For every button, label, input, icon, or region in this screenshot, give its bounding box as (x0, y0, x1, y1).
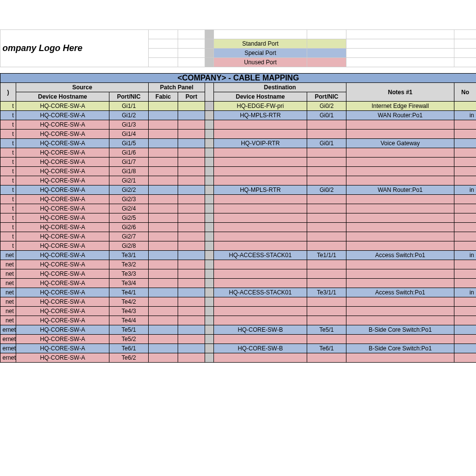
cell[interactable] (346, 297, 454, 307)
cell[interactable] (346, 213, 454, 223)
cell[interactable] (178, 102, 205, 111)
cell[interactable] (214, 335, 307, 344)
table-row[interactable]: netHQ-CORE-SW-ATe3/3 (0, 269, 476, 279)
cell[interactable]: Te3/3 (109, 269, 149, 279)
cell[interactable]: HQ-ACCESS-STACK01 (214, 251, 307, 260)
cell[interactable]: HQ-CORE-SW-A (16, 316, 109, 325)
cell[interactable]: HQ-CORE-SW-A (16, 288, 109, 297)
cell[interactable] (307, 167, 346, 176)
cell[interactable] (346, 223, 454, 232)
cell[interactable] (307, 335, 346, 344)
cell[interactable] (346, 232, 454, 241)
table-row[interactable]: netHQ-CORE-SW-ATe4/3 (0, 307, 476, 316)
cell[interactable] (149, 111, 178, 120)
cell[interactable]: HQ-CORE-SW-A (16, 120, 109, 130)
cell[interactable] (149, 241, 178, 251)
cell[interactable]: HQ-ACCESS-STACK01 (214, 288, 307, 297)
cell[interactable]: t (0, 148, 16, 158)
cell[interactable] (149, 130, 178, 139)
cell[interactable]: Gi2/3 (109, 195, 149, 204)
cell[interactable]: Te5/1 (109, 325, 149, 335)
cell[interactable]: HQ-CORE-SW-A (16, 111, 109, 120)
cell[interactable]: HQ-CORE-SW-A (16, 167, 109, 176)
cell[interactable] (307, 204, 346, 213)
cell[interactable] (454, 148, 476, 158)
table-row[interactable]: netHQ-CORE-SW-ATe4/4 (0, 316, 476, 325)
cell[interactable] (346, 269, 454, 279)
cell[interactable] (149, 260, 178, 269)
cell[interactable] (346, 158, 454, 167)
cell[interactable]: B-Side Core Switch:Po1 (346, 325, 454, 335)
cell[interactable]: HQ-CORE-SW-A (16, 213, 109, 223)
cell[interactable] (307, 120, 346, 130)
cell[interactable] (178, 288, 205, 297)
cell[interactable]: Gi2/4 (109, 204, 149, 213)
cell[interactable] (214, 176, 307, 185)
cell[interactable] (178, 223, 205, 232)
cell[interactable] (346, 195, 454, 204)
table-row[interactable]: tHQ-CORE-SW-AGi1/2HQ-MPLS-RTRGi0/1WAN Ro… (0, 111, 476, 120)
cell[interactable] (149, 335, 178, 344)
cell[interactable] (214, 353, 307, 363)
cell[interactable] (149, 344, 178, 353)
cell[interactable]: Te4/1 (109, 288, 149, 297)
table-row[interactable]: netHQ-CORE-SW-ATe4/1HQ-ACCESS-STACK01Te3… (0, 288, 476, 297)
cell[interactable]: net (0, 288, 16, 297)
cell[interactable]: in (454, 251, 476, 260)
cell[interactable] (178, 158, 205, 167)
cell[interactable] (149, 139, 178, 148)
cell[interactable]: net (0, 251, 16, 260)
cell[interactable]: HQ-VOIP-RTR (214, 139, 307, 148)
cell[interactable] (454, 213, 476, 223)
cell[interactable]: HQ-CORE-SW-A (16, 195, 109, 204)
cell[interactable] (149, 185, 178, 195)
cell[interactable] (178, 120, 205, 130)
cell[interactable] (214, 204, 307, 213)
cell[interactable]: HQ-CORE-SW-A (16, 353, 109, 363)
cell[interactable] (307, 279, 346, 288)
table-row[interactable]: tHQ-CORE-SW-AGi2/3 (0, 195, 476, 204)
cell[interactable] (454, 167, 476, 176)
cell[interactable]: Te6/1 (307, 344, 346, 353)
cell[interactable] (454, 260, 476, 269)
cell[interactable]: t (0, 195, 16, 204)
table-row[interactable]: ernetHQ-CORE-SW-ATe6/1HQ-CORE-SW-BTe6/1B… (0, 344, 476, 353)
table-row[interactable]: tHQ-CORE-SW-AGi2/7 (0, 232, 476, 241)
cell[interactable] (307, 316, 346, 325)
cell[interactable]: HQ-CORE-SW-A (16, 130, 109, 139)
cell[interactable] (178, 139, 205, 148)
cell[interactable] (454, 269, 476, 279)
table-row[interactable]: tHQ-CORE-SW-AGi1/5HQ-VOIP-RTRGi0/1Voice … (0, 139, 476, 148)
cell[interactable] (454, 297, 476, 307)
cell[interactable]: HQ-MPLS-RTR (214, 111, 307, 120)
cell[interactable]: HQ-CORE-SW-A (16, 260, 109, 269)
cell[interactable]: t (0, 204, 16, 213)
cell[interactable]: Gi1/5 (109, 139, 149, 148)
cell[interactable]: t (0, 158, 16, 167)
cell[interactable]: Gi0/1 (307, 139, 346, 148)
cell[interactable]: t (0, 130, 16, 139)
cell[interactable] (178, 260, 205, 269)
cell[interactable] (149, 353, 178, 363)
cell[interactable]: Te3/4 (109, 279, 149, 288)
cell[interactable]: t (0, 185, 16, 195)
cell[interactable]: net (0, 316, 16, 325)
cell[interactable] (178, 185, 205, 195)
cell[interactable]: WAN Router:Po1 (346, 185, 454, 195)
cell[interactable] (307, 158, 346, 167)
cell[interactable] (346, 307, 454, 316)
cell[interactable] (149, 297, 178, 307)
cell[interactable]: t (0, 111, 16, 120)
cell[interactable] (149, 232, 178, 241)
cell[interactable] (346, 204, 454, 213)
cell[interactable]: HQ-CORE-SW-A (16, 232, 109, 241)
cell[interactable] (149, 213, 178, 223)
cell[interactable]: Gi1/2 (109, 111, 149, 120)
cell[interactable]: Gi2/1 (109, 176, 149, 185)
cell[interactable] (454, 307, 476, 316)
cell[interactable]: t (0, 213, 16, 223)
cell[interactable] (149, 167, 178, 176)
cell[interactable]: Gi1/3 (109, 120, 149, 130)
table-row[interactable]: tHQ-CORE-SW-AGi2/6 (0, 223, 476, 232)
cell[interactable]: t (0, 241, 16, 251)
